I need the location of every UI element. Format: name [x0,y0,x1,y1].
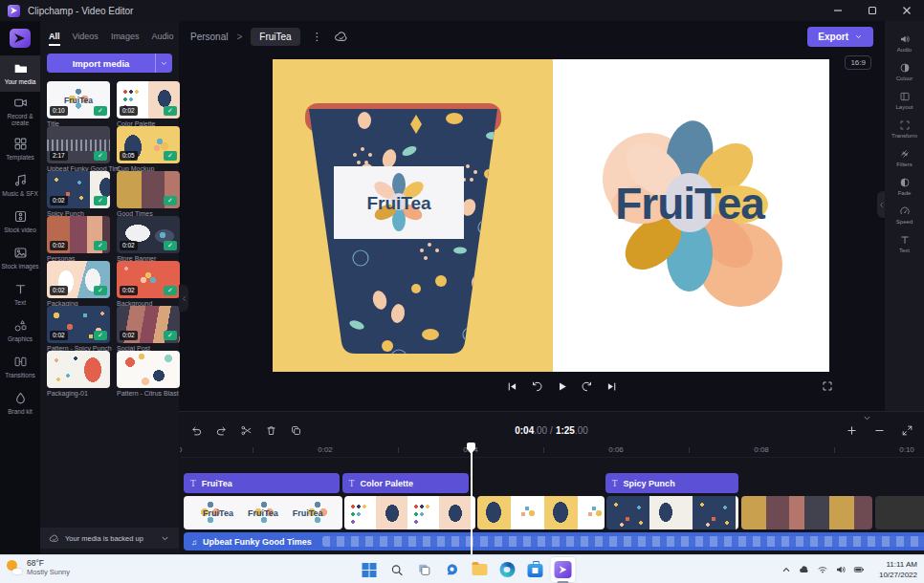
seek-start-icon[interactable] [504,378,519,394]
media-item[interactable]: 0:02 Color Palette [117,81,180,126]
cloud-icon[interactable] [799,564,810,575]
media-item[interactable]: 0:02 Background [117,261,180,306]
export-button[interactable]: Export [807,27,873,47]
media-thumbnail[interactable]: 0:02 [47,216,110,253]
media-thumbnail[interactable]: 0:02 [47,261,110,298]
cloud-sync-button[interactable] [334,30,348,44]
media-item[interactable]: 0:02 Personas [47,216,110,261]
play-icon[interactable] [554,378,569,394]
properties-tab[interactable]: Text [885,229,924,258]
chevron-down-icon[interactable] [160,533,170,544]
media-thumbnail[interactable] [47,351,110,388]
backup-status-bar[interactable]: Your media is backed up [40,528,179,549]
expand-properties-handle[interactable] [877,191,885,218]
sidebar-item[interactable]: Stock video [0,204,40,240]
collapse-media-panel-handle[interactable] [179,285,188,312]
timeline-audio-clip[interactable]: Upbeat Funky Good Times [184,532,924,551]
media-thumbnail[interactable] [117,171,180,208]
properties-tab[interactable]: Layout [885,86,924,115]
sidebar-item[interactable]: Transitions [0,349,40,385]
sidebar-item[interactable]: Graphics [0,313,40,349]
media-tab[interactable]: All [49,32,60,46]
playhead[interactable] [467,443,475,554]
minus-icon[interactable] [869,421,889,440]
media-item[interactable]: 2:17 Upbeat Funky Good Tim... [47,126,110,171]
timeline-video-clip[interactable] [184,496,342,529]
task-view-button[interactable] [412,557,437,582]
properties-tab[interactable]: Speed [885,201,924,229]
close-button[interactable] [890,0,924,21]
properties-tab[interactable]: Audio [885,29,924,57]
chevron-up-icon[interactable] [781,564,792,575]
project-menu-button[interactable] [309,31,325,43]
chat-button[interactable] [440,557,465,582]
media-tab[interactable]: Images [111,32,140,46]
plus-icon[interactable] [842,421,861,440]
media-thumbnail[interactable]: 0:10 [47,81,110,119]
microsoft-store-button[interactable] [523,557,548,582]
aspect-ratio-badge[interactable]: 16:9 [845,55,871,70]
media-thumbnail[interactable]: 0:05 [117,126,180,163]
file-explorer-button[interactable] [468,557,493,582]
media-item[interactable]: 0:10 Title [47,81,110,126]
media-thumbnail[interactable]: 0:02 [117,216,180,253]
start-button[interactable] [357,557,382,582]
timeline-video-clip[interactable] [875,496,924,529]
fit-icon[interactable] [897,421,916,440]
speaker-icon[interactable] [835,564,847,575]
sidebar-item[interactable]: Record & create [0,92,40,131]
media-item[interactable]: 0:02 Packaging [47,261,110,306]
timeline-text-clip[interactable]: Color Palette [342,473,469,493]
wifi-icon[interactable] [817,564,828,575]
fullscreen-icon[interactable] [822,380,833,392]
sidebar-item[interactable]: Your media [0,55,40,92]
media-item[interactable]: Good Times [117,171,180,216]
redo-icon[interactable] [211,421,231,440]
sidebar-item[interactable]: Text [0,276,40,313]
properties-tab[interactable]: Fade [885,172,924,201]
chevron-down-icon[interactable] [155,54,172,73]
media-thumbnail[interactable]: 2:17 [47,126,110,163]
media-item[interactable]: Pattern - Citrus Blast [117,351,180,396]
trash-icon[interactable] [261,421,280,440]
scissors-icon[interactable] [236,421,255,440]
properties-tab[interactable]: Colour [885,57,924,86]
video-canvas[interactable]: FruiTea FruiTea [273,59,829,372]
media-item[interactable]: 0:02 Pattern - Spicy Punch [47,306,110,351]
forward-icon[interactable] [579,378,594,394]
media-thumbnail[interactable]: 0:02 [117,306,180,343]
sidebar-item[interactable]: Stock images [0,240,40,276]
media-item[interactable]: 0:02 Social Post [117,306,180,351]
battery-icon[interactable] [853,564,865,575]
timeline-text-clip[interactable]: Spicy Punch [605,473,738,493]
timeline-text-clip[interactable]: FruiTea [184,473,340,493]
media-thumbnail[interactable]: 0:02 [117,81,180,119]
rewind-icon[interactable] [529,378,544,394]
edge-button[interactable] [495,557,520,582]
media-thumbnail[interactable] [117,351,180,388]
media-thumbnail[interactable]: 0:02 [117,261,180,298]
media-tab[interactable]: Videos [73,32,99,46]
undo-icon[interactable] [187,421,206,440]
timeline-video-clip[interactable] [477,496,605,529]
clipchamp-logo[interactable] [0,21,40,55]
media-tab[interactable]: Audio [151,32,173,46]
import-media-button[interactable]: Import media [47,54,172,73]
breadcrumb-root[interactable]: Personal [190,32,228,42]
weather-widget[interactable]: 68°F Mostly Sunny [7,558,70,576]
properties-tab[interactable]: Transform [885,115,924,143]
properties-tab[interactable]: Filters [885,143,924,172]
minimize-button[interactable] [821,0,855,21]
media-item[interactable]: 0:02 Spicy Punch [47,171,110,216]
timeline-video-clip[interactable] [344,496,475,529]
media-item[interactable]: 0:02 Store Banner [117,216,180,261]
timeline-ruler[interactable]: 00:020:040:060:080:10 [180,443,924,458]
seek-end-icon[interactable] [604,378,619,394]
media-thumbnail[interactable]: 0:02 [47,171,110,208]
project-name-chip[interactable]: FruiTea [251,28,299,46]
duplicate-icon[interactable] [286,421,305,440]
media-item[interactable]: 0:05 Cup Mockup [117,126,180,171]
sidebar-item[interactable]: Music & SFX [0,167,40,204]
taskbar-search-button[interactable] [385,557,409,582]
taskbar-clock[interactable]: 11:11 AM 10/27/2022 [879,559,917,580]
